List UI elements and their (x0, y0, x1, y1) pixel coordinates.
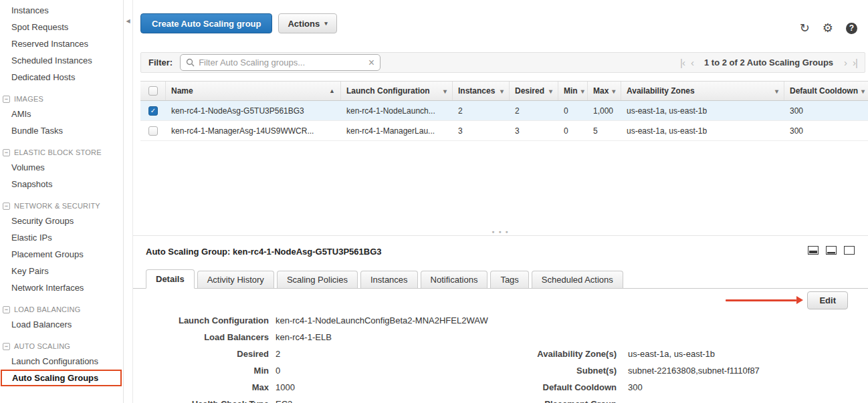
detail-tabs: DetailsActivity HistoryScaling PoliciesI… (133, 269, 868, 289)
next-page-icon[interactable]: › (844, 57, 847, 68)
sidebar-item-scheduled-instances[interactable]: Scheduled Instances (0, 52, 123, 69)
tab-activity-history[interactable]: Activity History (197, 271, 274, 288)
filter-bar: Filter: × |‹ ‹ 1 to 2 of 2 Auto Scaling … (140, 52, 865, 73)
pagination-text: 1 to 2 of 2 Auto Scaling Groups (704, 57, 833, 68)
panel-splitter[interactable]: ● ● ● (133, 228, 868, 235)
column-header-default-cooldown[interactable]: Default Cooldown▾ (784, 82, 868, 100)
sidebar-item-load-balancers[interactable]: Load Balancers (0, 316, 123, 333)
row-checkbox[interactable]: ✓ (148, 106, 158, 116)
row-checkbox-cell: ✓ (140, 106, 166, 116)
table-header: Name▲Launch Configuration▾Instances▾Desi… (140, 81, 868, 101)
column-header-min[interactable]: Min▾ (558, 82, 588, 100)
tab-scaling-policies[interactable]: Scaling Policies (277, 271, 358, 288)
edit-button[interactable]: Edit (807, 291, 848, 309)
tab-tags[interactable]: Tags (490, 271, 528, 288)
field-value: 300 (628, 382, 643, 392)
tab-details[interactable]: Details (146, 269, 195, 289)
field-label: Health Check Type (133, 399, 269, 403)
filter-input[interactable] (199, 57, 364, 68)
sidebar-item-auto-scaling-groups[interactable]: Auto Scaling Groups (1, 370, 122, 386)
field-value: subnet-22163808,subnet-f1110f87 (628, 366, 760, 376)
table-row[interactable]: ken-rc4-1-ManagerAsg-14US9WWCR...ken-rc4… (140, 121, 868, 141)
refresh-icon[interactable]: ↻ (800, 22, 810, 34)
sidebar-item-network-interfaces[interactable]: Network Interfaces (0, 279, 123, 296)
sidebar-item-snapshots[interactable]: Snapshots (0, 176, 123, 192)
row-checkbox-cell (140, 126, 166, 136)
pane-full-icon[interactable] (844, 246, 855, 255)
field-label: Placement Group (416, 399, 617, 403)
sidebar-item-spot-requests[interactable]: Spot Requests (0, 19, 123, 35)
select-all-checkbox-cell[interactable] (140, 82, 166, 100)
pane-split-half-icon[interactable] (808, 246, 819, 255)
sidebar-collapse-button[interactable]: ◀ (124, 18, 132, 24)
field-label: Max (133, 382, 269, 392)
sidebar-item-bundle-tasks[interactable]: Bundle Tasks (0, 122, 123, 139)
create-auto-scaling-group-button[interactable]: Create Auto Scaling group (140, 13, 272, 33)
sidebar-item-dedicated-hosts[interactable]: Dedicated Hosts (0, 69, 123, 86)
cell-max: 5 (588, 126, 621, 136)
pane-split-bottom-icon[interactable] (826, 246, 837, 255)
sidebar-item-security-groups[interactable]: Security Groups (0, 213, 123, 229)
field-value: ken-rc4-1-NodeLaunchConfigBeta2-MNA2HFEL… (276, 315, 488, 325)
sidebar-item-placement-groups[interactable]: Placement Groups (0, 246, 123, 263)
row-checkbox[interactable] (148, 126, 158, 136)
column-header-desired[interactable]: Desired▾ (510, 82, 558, 100)
collapse-section-icon[interactable]: − (3, 343, 10, 350)
tab-notifications[interactable]: Notifications (421, 271, 488, 288)
table-row[interactable]: ✓ken-rc4-1-NodeAsg-G5TU3P561BG3ken-rc4-1… (140, 101, 868, 121)
sidebar-item-amis[interactable]: AMIs (0, 106, 123, 122)
splitter-handle-icon[interactable]: ● ● ● (492, 229, 510, 234)
column-header-max[interactable]: Max▾ (588, 82, 621, 100)
sidebar-item-volumes[interactable]: Volumes (0, 159, 123, 176)
collapse-section-icon[interactable]: − (3, 96, 10, 103)
column-header-availability-zones[interactable]: Availability Zones▾ (621, 82, 784, 100)
cell-desired: 2 (510, 106, 558, 116)
column-menu-icon[interactable]: ▾ (500, 88, 504, 95)
column-header-instances[interactable]: Instances▾ (453, 82, 510, 100)
prev-page-icon[interactable]: ‹ (691, 57, 693, 68)
column-label: Availability Zones (627, 86, 695, 96)
column-header-launch-configuration[interactable]: Launch Configuration▾ (341, 82, 453, 100)
field-label: Default Cooldown (416, 382, 617, 392)
collapse-section-icon[interactable]: − (3, 306, 10, 313)
column-menu-icon[interactable]: ▾ (581, 88, 584, 95)
clear-filter-icon[interactable]: × (368, 57, 374, 68)
cell-launch-configuration: ken-rc4-1-NodeLaunch... (341, 106, 453, 116)
section-label: LOAD BALANCING (14, 305, 80, 313)
sort-asc-icon[interactable]: ▲ (329, 88, 335, 94)
detail-field-placement-group: Placement Group (416, 396, 760, 403)
column-menu-icon[interactable]: ▾ (775, 88, 778, 95)
search-icon (186, 58, 195, 67)
sidebar-section-auto-scaling: −AUTO SCALING (0, 339, 123, 353)
actions-button[interactable]: Actions ▾ (278, 13, 336, 33)
field-label: Min (133, 366, 269, 376)
detail-panel: Auto Scaling Group: ken-rc4-1-NodeAsg-G5… (133, 235, 868, 403)
column-header-name[interactable]: Name▲ (166, 82, 341, 100)
collapse-section-icon[interactable]: − (3, 203, 10, 210)
edit-pointer-arrow (726, 299, 796, 301)
tab-instances[interactable]: Instances (360, 271, 418, 288)
select-all-checkbox[interactable] (148, 86, 158, 96)
column-menu-icon[interactable]: ▾ (861, 88, 865, 95)
filter-label: Filter: (148, 57, 173, 68)
column-menu-icon[interactable]: ▾ (612, 88, 615, 95)
sidebar-item-launch-configurations[interactable]: Launch Configurations (0, 353, 123, 370)
sidebar-item-elastic-ips[interactable]: Elastic IPs (0, 229, 123, 246)
main-content: Create Auto Scaling group Actions ▾ ↻ ⚙ … (133, 0, 868, 403)
field-value: 1000 (276, 382, 295, 392)
settings-gear-icon[interactable]: ⚙ (823, 22, 833, 34)
column-menu-icon[interactable]: ▾ (443, 88, 447, 95)
field-label: Desired (133, 349, 269, 359)
column-label: Desired (515, 86, 544, 96)
last-page-icon[interactable]: ›| (853, 57, 857, 68)
sidebar-item-instances[interactable]: Instances (0, 2, 123, 19)
cell-instances: 3 (453, 126, 510, 136)
collapse-section-icon[interactable]: − (3, 149, 10, 156)
column-label: Instances (458, 86, 495, 96)
sidebar-item-key-pairs[interactable]: Key Pairs (0, 263, 123, 279)
sidebar-item-reserved-instances[interactable]: Reserved Instances (0, 35, 123, 52)
column-menu-icon[interactable]: ▾ (549, 88, 552, 95)
first-page-icon[interactable]: |‹ (680, 57, 685, 68)
help-icon[interactable]: ? (846, 23, 857, 34)
tab-scheduled-actions[interactable]: Scheduled Actions (532, 271, 623, 288)
